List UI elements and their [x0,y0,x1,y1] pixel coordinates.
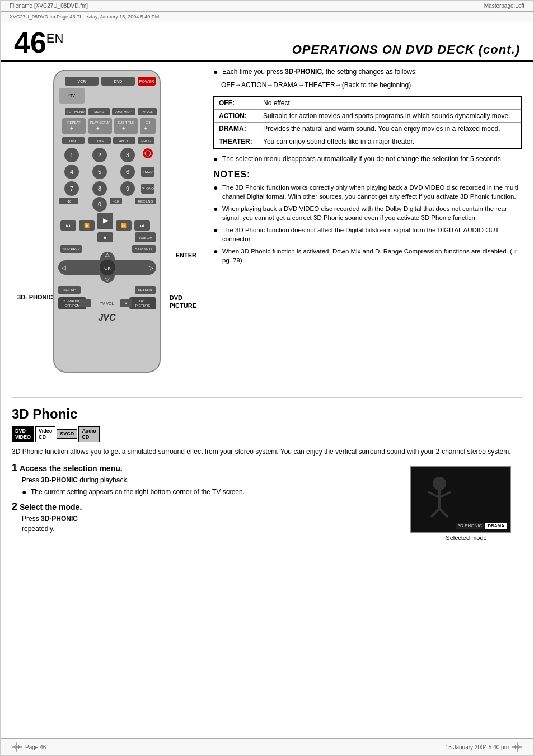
format-badges: DVDVIDEO VideoCD SVCD AudioCD [12,426,522,442]
step-1-body: Press 3D-PHONIC during playback. ● The c… [22,475,405,497]
svg-text:1: 1 [70,152,73,158]
svg-point-44 [145,151,151,156]
table-label-drama: DRAMA: [214,122,259,135]
crosshair-bottom-left [12,742,22,752]
svg-text:⏭: ⏭ [140,223,144,228]
page-number: 46EN [14,28,63,57]
footer-date-label: 15 January 2004 5:40 pm [446,744,509,750]
badge-dvd-video: DVDVIDEO [12,426,34,442]
svg-text:AN/CC: AN/CC [119,139,130,143]
page-num-digits: 46 [14,26,46,59]
table-desc-action: Suitable for action movies and sports pr… [259,109,522,122]
svg-text:9: 9 [126,185,129,192]
step-1-number: 1 [12,462,17,474]
svg-text:OK: OK [104,266,111,271]
svg-text:DVD: DVD [114,79,123,83]
table-label-theater: THEATER: [214,135,259,148]
tv-inner: 3D PHONIC DRAMA [411,467,510,532]
table-row-action: ACTION: Suitable for action movies and s… [214,109,522,122]
sequence-text: OFF→ACTION→DRAMA→THEATER→(Back to the be… [221,80,522,90]
bottom-section: 3D Phonic DVDVIDEO VideoCD SVCD AudioCD … [1,397,533,575]
svg-text:+10: +10 [113,200,119,203]
tv-screenshot-area: 3D PHONIC DRAMA Selected mode [410,462,522,541]
filepath-label: XVC27U_08DVD.fm Page 46 Thursday, Januar… [10,14,159,20]
svg-text:8: 8 [98,185,101,192]
svg-text:4: 4 [70,168,73,175]
page: Filename [XVC27U_08DVD.fm] Masterpage:Le… [0,0,534,756]
svg-text:SUB TITLE: SUB TITLE [118,121,134,124]
section-title: 3D Phonic [12,406,522,422]
step-1-title: Access the selection menu. [20,464,123,473]
bullet-text-2: The selection menu disappears automatica… [222,154,503,164]
label-enter: ENTER [176,252,196,259]
note-text-2: When playing back a DVD VIDEO disc recor… [222,204,522,222]
footer-right: 15 January 2004 5:40 pm [446,742,522,752]
svg-text:TMCD: TMCD [143,170,153,173]
masterpage-label: Masterpage:Left [484,3,524,9]
svg-text:DVD: DVD [139,299,147,303]
svg-text:PICTURE: PICTURE [135,304,150,307]
svg-text:+: + [144,125,147,132]
svg-text:⏮: ⏮ [66,223,71,228]
table-row-theater: THEATER: You can enjoy sound effects lik… [214,135,522,148]
note-dot-1: ● [213,183,221,192]
tv-osd-active: DRAMA [485,523,507,529]
svg-text:REPEAT: REPEAT [67,121,81,124]
svg-text:-: - [85,301,86,306]
svg-text:PHONO: PHONO [142,187,154,190]
svg-text:TOP MENU: TOP MENU [67,110,84,114]
step-1-bullet: ● The current setting appears on the rig… [22,487,405,497]
svg-text:SET UP: SET UP [63,288,76,292]
tv-caption: Selected mode [410,534,522,541]
table-desc-theater: You can enjoy sound effects like in a ma… [259,135,522,148]
top-meta-bar: Filename [XVC27U_08DVD.fm] Masterpage:Le… [1,1,533,12]
svg-text:⏪: ⏪ [84,223,90,228]
svg-text:TV/VCR: TV/VCR [141,110,154,114]
note-item-2: ● When playing back a DVD VIDEO disc rec… [213,204,522,222]
step-2-title: Select the mode. [20,503,82,511]
page-header: 46EN OPERATIONS ON DVD DECK (cont.) [1,22,533,62]
bullet-item-1: ● Each time you press 3D-PHONIC, the set… [213,67,522,77]
notes-header: NOTES: [213,170,522,180]
svg-text:OFF/PCM: OFF/PCM [65,304,80,307]
page-footer: Page 46 15 January 2004 5:40 pm [1,738,533,755]
svg-text:SKIP PREV: SKIP PREV [62,247,80,251]
svg-text:-10: -10 [67,200,72,203]
svg-text:3: 3 [126,152,129,158]
note-dot-4: ● [213,247,221,256]
svg-text:▶: ▶ [103,217,109,224]
svg-text:TITLE: TITLE [95,139,104,143]
svg-text:SKIP NEXT: SKIP NEXT [135,247,153,251]
badge-svcd: SVCD [57,429,77,439]
svg-text:7: 7 [70,185,73,192]
bullet-text-1: Each time you press 3D-PHONIC, the setti… [222,67,417,77]
settings-table: OFF: No effect ACTION: Suitable for acti… [213,96,522,149]
note-dot-3: ● [213,226,221,235]
svg-text:PLAY SETUP: PLAY SETUP [90,121,110,124]
step-1-header: 1 Access the selection menu. [12,462,405,474]
badge-audio-cd: AudioCD [78,426,100,442]
remote-illustration: VCR DVD POWER *TV TOP MENU MENU [12,67,202,397]
svg-line-116 [431,509,439,517]
svg-text:RETURN: RETURN [138,288,152,292]
step-2-body: Press 3D-PHONICrepeatedly. [22,514,405,534]
filepath-bar: XVC27U_08DVD.fm Page 46 Thursday, Januar… [1,12,533,22]
svg-text:◁: ◁ [62,265,66,271]
svg-text:+: + [96,125,100,132]
svg-text:▽: ▽ [105,276,110,283]
svg-text:CH: CH [146,121,151,124]
label-dvd-picture: DVDPICTURE [170,294,196,310]
svg-text:△: △ [105,251,110,257]
section-description: 3D Phonic function allows you to get a s… [12,447,522,457]
bullet-dot-1: ● [213,67,221,77]
table-label-action: ACTION: [214,109,259,122]
svg-text:TV VOL: TV VOL [100,302,114,306]
note-item-1: ● The 3D Phonic function works correctly… [213,183,522,201]
note-item-3: ● The 3D Phonic function does not affect… [213,226,522,243]
svg-text:JVC: JVC [98,313,116,322]
bullet-section-1: ● Each time you press 3D-PHONIC, the set… [213,67,522,90]
table-desc-drama: Provides the natural and warm sound. You… [259,122,522,135]
steps-left: 1 Access the selection menu. Press 3D-PH… [12,462,405,541]
page-num-superscript: EN [46,31,64,45]
filename-label: Filename [XVC27U_08DVD.fm] [10,3,88,9]
